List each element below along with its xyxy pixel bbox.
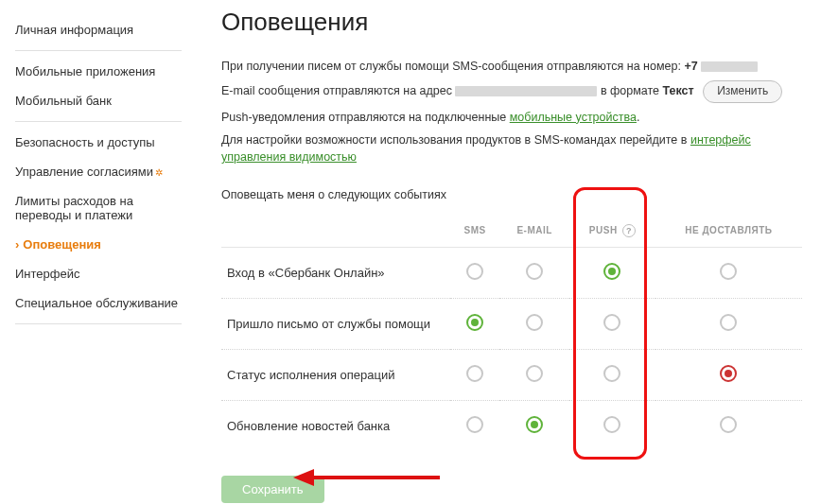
nav-notifications[interactable]: ›Оповещения [15,230,182,259]
info-sms-prefix: При получении писем от службы помощи SMS… [221,60,684,73]
radio-push[interactable] [603,365,620,382]
radio-cell-email [499,401,569,451]
radio-cell-none [655,401,802,451]
radio-cell-sms [450,299,499,350]
info-push-prefix: Push-уведомления отправляются на подключ… [221,111,510,124]
radio-sms[interactable] [466,365,483,382]
email-format: Текст [663,84,694,97]
section-label: Оповещать меня о следующих событиях [221,188,802,201]
radio-cell-email [499,350,569,401]
radio-none[interactable] [720,263,737,280]
col-email: E-MAIL [499,215,569,248]
chevron-right-icon: › [15,237,19,252]
sidebar: Личная информация Мобильные приложения М… [0,0,189,504]
nav-notifications-label: Оповещения [23,237,101,252]
mobile-devices-link[interactable]: мобильные устройства [510,111,637,124]
radio-sms[interactable] [466,416,483,433]
change-button[interactable]: Изменить [703,80,782,102]
radio-sms[interactable] [466,314,483,331]
radio-cell-none [655,350,802,401]
radio-cell-push [569,401,655,451]
radio-push[interactable] [603,263,620,280]
nav-mobile-bank[interactable]: Мобильный банк [15,86,182,115]
info-push: Push-уведомления отправляются на подключ… [221,109,802,126]
radio-email[interactable] [526,314,543,331]
info-email-prefix: E-mail сообщения отправляются на адрес [221,84,455,97]
radio-cell-push [569,299,655,350]
radio-email[interactable] [526,263,543,280]
radio-push[interactable] [603,416,620,433]
radio-cell-sms [450,248,499,299]
info-sms: При получении писем от службы помощи SMS… [221,58,802,75]
page-title: Оповещения [221,8,802,37]
radio-none[interactable] [720,314,737,331]
radio-cell-none [655,299,802,350]
radio-cell-email [499,248,569,299]
event-label: Обновление новостей банка [221,401,450,451]
star-icon: ✲ [155,167,163,178]
table-row: Пришло письмо от службы помощи [221,299,802,350]
radio-cell-sms [450,401,499,451]
table-row: Обновление новостей банка [221,401,802,451]
main-content: Оповещения При получении писем от службы… [189,0,821,504]
info-email-mid: в формате [597,84,662,97]
info-block: При получении писем от службы помощи SMS… [221,58,802,165]
masked-phone [701,61,758,72]
event-label: Статус исполнения операций [221,350,450,401]
nav-consents-label: Управление согласиями [15,165,153,179]
nav-interface[interactable]: Интерфейс [15,259,182,288]
info-visibility-prefix: Для настройки возможности использования … [221,133,690,147]
col-event [221,215,450,248]
radio-sms[interactable] [466,263,483,280]
col-sms: SMS [450,215,499,248]
masked-email [455,86,597,96]
radio-cell-push [569,248,655,299]
help-icon[interactable]: ? [622,224,636,237]
nav-special-service[interactable]: Специальное обслуживание [15,288,182,318]
radio-cell-push [569,350,655,401]
radio-none[interactable] [720,416,737,433]
info-visibility: Для настройки возможности использования … [221,131,802,165]
phone-prefix: +7 [684,60,697,73]
col-push: PUSH ? [569,215,655,248]
table-row: Статус исполнения операций [221,350,802,401]
event-label: Пришло письмо от службы помощи [221,299,450,350]
radio-none[interactable] [720,365,737,382]
nav-personal-info[interactable]: Личная информация [15,15,182,44]
radio-cell-none [655,248,802,299]
nav-limits[interactable]: Лимиты расходов на переводы и платежи [15,186,182,230]
notification-table: SMS E-MAIL PUSH ? НЕ ДОСТАВЛЯТЬ Вход в «… [221,215,802,451]
nav-mobile-apps[interactable]: Мобильные приложения [15,57,182,86]
table-row: Вход в «Сбербанк Онлайн» [221,248,802,299]
nav-security[interactable]: Безопасность и доступы [15,128,182,157]
radio-cell-sms [450,350,499,401]
radio-email[interactable] [526,416,543,433]
event-label: Вход в «Сбербанк Онлайн» [221,248,450,299]
radio-cell-email [499,299,569,350]
col-none: НЕ ДОСТАВЛЯТЬ [655,215,802,248]
radio-email[interactable] [526,365,543,382]
nav-consents[interactable]: Управление согласиями✲ [15,157,182,186]
info-email: E-mail сообщения отправляются на адрес в… [221,80,802,102]
radio-push[interactable] [603,314,620,331]
save-button[interactable]: Сохранить [221,476,324,503]
col-push-label: PUSH [589,225,618,235]
